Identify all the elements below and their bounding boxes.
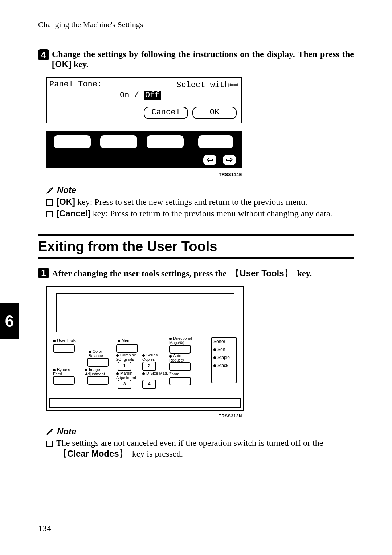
indicator-dot-icon xyxy=(116,372,119,375)
indicator-dot-icon xyxy=(53,340,56,342)
note-1-list: [OK] key: Press to set the new settings … xyxy=(46,197,354,219)
note1-li2-rest: key: Press to return to the previous men… xyxy=(91,209,332,218)
indicator-dot-icon xyxy=(53,369,56,371)
combine-2originals-label: Combine 2Originals xyxy=(116,353,142,362)
bypass-feed-label: Bypass Feed xyxy=(53,367,75,376)
nav-left-button[interactable]: ⇦ xyxy=(203,155,216,165)
step-1-text: After changing the user tools settings, … xyxy=(52,268,312,279)
indicator-dot-icon xyxy=(142,372,145,375)
image-adjustment-button[interactable] xyxy=(87,376,109,385)
section-title: Exiting from the User Tools xyxy=(38,239,354,254)
list-item: [OK] key: Press to set the new settings … xyxy=(46,197,354,207)
user-tools-label: User Tools xyxy=(53,338,76,343)
auto-reduce-enlarge-button[interactable] xyxy=(169,362,191,371)
ok-button[interactable]: OK xyxy=(192,107,237,119)
cp-screen xyxy=(56,293,234,332)
page-number: 134 xyxy=(38,523,51,533)
combine-2originals-text: Combine 2Originals xyxy=(116,353,136,362)
section-rule-top xyxy=(38,234,354,236)
lcd-on-off: On / Off xyxy=(120,91,161,100)
sorter-box: Sorter Sort Staple Stack xyxy=(211,337,237,383)
running-head: Changing the Machine's Settings xyxy=(38,20,354,29)
bullet-box-icon xyxy=(46,199,53,206)
indicator-dot-icon xyxy=(85,369,87,371)
image-adjustment-text: Image Adjustment xyxy=(85,367,105,376)
numkey-3[interactable]: 3 xyxy=(118,380,131,389)
sort-text: Sort xyxy=(217,347,225,352)
section-rule-bottom xyxy=(38,257,354,259)
softkey-3[interactable] xyxy=(147,135,184,148)
arrow-right-icon: ⇨ xyxy=(234,81,239,90)
menu-text: Menu xyxy=(122,338,132,343)
cancel-key: [Cancel] xyxy=(56,208,91,218)
note-2-list: The settings are not canceled even if th… xyxy=(46,438,354,460)
note-heading-2: Note xyxy=(46,427,354,437)
zoom-button[interactable] xyxy=(169,377,191,385)
step-4-text: Change the settings by following the ins… xyxy=(52,49,354,69)
indicator-dot-icon xyxy=(142,354,145,357)
bypass-feed-text: Bypass Feed xyxy=(53,367,70,376)
staple-text: Staple xyxy=(217,355,230,360)
cp-bottom-bar xyxy=(49,398,241,408)
lcd-softkey-bar: ⇦ ⇨ xyxy=(46,131,242,168)
note2-b: key is pressed. xyxy=(130,449,183,458)
slash: / xyxy=(129,91,144,100)
ok-key-ref: [OK] xyxy=(52,59,72,69)
step4-b: key. xyxy=(72,60,89,69)
sorter-label: Sorter xyxy=(213,339,234,344)
figure-code-1: TRSS114E xyxy=(46,172,242,177)
numkey-1[interactable]: 1 xyxy=(118,362,131,371)
lcd-title: Panel Tone: xyxy=(49,80,102,89)
color-balance-button[interactable] xyxy=(87,358,109,367)
header-rule xyxy=(38,31,354,31)
chapter-tab: 6 xyxy=(0,303,19,339)
note-label: Note xyxy=(57,185,76,195)
lcd-select-with: Select with⇦⇨ xyxy=(176,80,239,90)
bullet-box-icon xyxy=(46,211,53,217)
figure-code-2: TRSS312N xyxy=(46,413,242,419)
margin-adjustment-label: Margin Adjustment xyxy=(116,371,142,380)
dsize-mag-text: D.Size Mag. xyxy=(146,371,168,375)
lcd-screen: Panel Tone: Select with⇦⇨ On / Off Cance… xyxy=(46,77,242,123)
user-tools-key: User Tools xyxy=(229,268,295,278)
stack-option: Stack xyxy=(213,363,234,368)
staple-option: Staple xyxy=(213,355,234,360)
softkey-1[interactable] xyxy=(54,135,91,148)
indicator-dot-icon xyxy=(118,340,120,342)
pencil-icon xyxy=(46,186,54,194)
indicator-dot-icon xyxy=(213,348,216,351)
ok-key: [OK] xyxy=(56,197,75,207)
list-item: [Cancel] key: Press to return to the pre… xyxy=(46,208,354,219)
note-label: Note xyxy=(57,427,76,437)
user-tools-text: User Tools xyxy=(57,338,76,343)
note2-a: The settings are not canceled even if th… xyxy=(56,438,323,448)
directional-mag-text: Directional Mag.(%) xyxy=(169,336,192,345)
step-number: 1 xyxy=(38,268,49,278)
sort-option: Sort xyxy=(213,347,234,352)
cancel-button[interactable]: Cancel xyxy=(144,107,188,119)
numkey-4[interactable]: 4 xyxy=(142,380,156,389)
select-label: Select with xyxy=(176,81,229,90)
softkey-2[interactable] xyxy=(100,135,137,148)
directional-mag-button[interactable] xyxy=(169,345,191,354)
menu-button[interactable] xyxy=(116,344,138,353)
softkey-4[interactable] xyxy=(198,135,233,148)
arrow-left-icon: ⇦ xyxy=(229,81,234,90)
color-balance-label: Color Balance xyxy=(89,349,110,358)
menu-label: Menu xyxy=(118,338,132,343)
indicator-dot-icon xyxy=(169,355,172,358)
step4-a: Change the settings by following the ins… xyxy=(52,49,354,59)
on-label: On xyxy=(120,91,129,100)
off-label-selected: Off xyxy=(144,91,161,100)
directional-mag-label: Directional Mag.(%) xyxy=(169,336,195,345)
step-number: 4 xyxy=(38,49,49,60)
note1-li1-rest: key: Press to set the new settings and r… xyxy=(75,197,307,207)
user-tools-button[interactable] xyxy=(53,344,75,353)
numkey-2[interactable]: 2 xyxy=(142,362,156,371)
clear-modes-key: Clear Modes xyxy=(56,449,130,458)
step-4: 4 Change the settings by following the i… xyxy=(38,49,354,69)
nav-right-button[interactable]: ⇨ xyxy=(223,155,236,165)
zoom-text: Zoom xyxy=(169,372,179,376)
bypass-feed-button[interactable] xyxy=(53,376,75,385)
zoom-label: Zoom xyxy=(169,372,179,376)
